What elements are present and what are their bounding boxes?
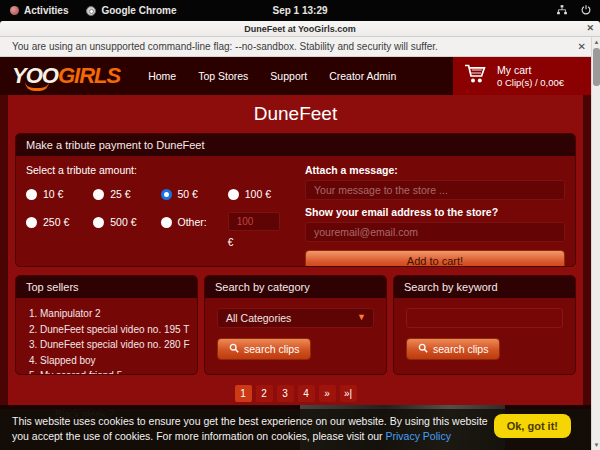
top-seller-item[interactable]: Manipulator 2 [40, 306, 197, 322]
top-sellers-list: Manipulator 2 DuneFeet special video no.… [40, 306, 197, 375]
nav-item-top-stores[interactable]: Top Stores [198, 70, 248, 82]
logo-smile-icon [25, 82, 49, 91]
search-keyword-panel: Search by keyword search clips [393, 275, 576, 375]
search-category-header: Search by category [205, 276, 386, 298]
search-keyword-header: Search by keyword [394, 276, 575, 298]
cart-summary: 0 Clip(s) / 0,00€ [497, 77, 564, 89]
scrollbar-thumb[interactable] [593, 48, 600, 86]
amount-option-100[interactable]: 100 € [228, 188, 291, 200]
activities-icon [10, 6, 19, 15]
page-title: DuneFeet [15, 97, 576, 133]
pagination: 1 2 3 4 » »| [15, 385, 576, 402]
tribute-amount-label: Select a tribute amount: [26, 164, 291, 176]
tribute-panel-header: Make a tribute payment to DuneFeet [16, 134, 575, 156]
category-selected-value: All Categories [226, 312, 291, 324]
main-nav: Home Top Stores Support Creator Admin [148, 70, 396, 82]
page-button-last[interactable]: »| [340, 385, 357, 402]
amount-option-50[interactable]: 50 € [161, 188, 224, 200]
main-content: DuneFeet Make a tribute payment to DuneF… [8, 95, 583, 405]
search-clips-label: search clips [433, 343, 488, 355]
message-input[interactable] [305, 180, 565, 200]
top-seller-item[interactable]: DuneFeet special video no. 280 F [40, 337, 197, 353]
page-button-4[interactable]: 4 [298, 385, 315, 402]
vertical-scrollbar[interactable]: ▲ ▼ [591, 37, 600, 450]
keyword-input[interactable] [406, 308, 563, 328]
search-clips-label: search clips [244, 343, 299, 355]
page-button-next[interactable]: » [319, 385, 336, 402]
other-amount-input[interactable] [228, 212, 280, 231]
top-seller-item[interactable]: DuneFeet special video no. 195 T [40, 322, 197, 338]
amount-radio[interactable] [93, 189, 104, 200]
tribute-panel: Make a tribute payment to DuneFeet Selec… [15, 133, 576, 267]
app-menu-label: Google Chrome [101, 5, 176, 16]
add-to-cart-button[interactable]: Add to cart! [305, 250, 565, 267]
amount-option-250[interactable]: 250 € [26, 216, 89, 228]
search-icon [418, 343, 428, 355]
my-cart-button[interactable]: My cart 0 Clip(s) / 0,00€ [453, 57, 591, 95]
search-clips-keyword-button[interactable]: search clips [406, 338, 500, 360]
cookie-ok-button[interactable]: Ok, got it! [494, 414, 571, 438]
site-logo[interactable]: YOO GIRLS [0, 63, 120, 89]
currency-symbol: € [228, 237, 291, 248]
amount-option-label: 10 € [43, 188, 63, 200]
page-button-2[interactable]: 2 [256, 385, 273, 402]
amount-option-label: Other: [178, 216, 207, 228]
search-icon [229, 343, 239, 355]
cookie-consent-bar: This website uses cookies to ensure you … [0, 409, 591, 450]
page-button-3[interactable]: 3 [277, 385, 294, 402]
amount-radio[interactable] [228, 189, 239, 200]
amount-option-label: 500 € [110, 216, 136, 228]
amount-option-label: 250 € [43, 216, 69, 228]
search-category-panel: Search by category All Categories ▼ sear… [204, 275, 387, 375]
amount-radio[interactable] [93, 217, 104, 228]
amount-option-500[interactable]: 500 € [93, 216, 156, 228]
activities-label: Activities [24, 5, 68, 16]
cart-icon [463, 62, 489, 90]
nav-item-creator-admin[interactable]: Creator Admin [329, 70, 396, 82]
cart-label: My cart [497, 64, 564, 77]
infobar-message: You are using an unsupported command-lin… [12, 41, 438, 52]
category-select[interactable]: All Categories ▼ [217, 308, 374, 328]
top-seller-item[interactable]: My scared friend 5 [40, 368, 197, 375]
search-clips-category-button[interactable]: search clips [217, 338, 311, 360]
chrome-infobar: You are using an unsupported command-lin… [0, 37, 600, 57]
app-menu-button[interactable]: Google Chrome [86, 5, 176, 16]
top-seller-item[interactable]: Slapped boy [40, 353, 197, 369]
logo-text-yoo: YOO [12, 63, 58, 89]
clock[interactable]: Sep 1 13:29 [272, 5, 327, 16]
amount-radio[interactable] [161, 189, 172, 200]
amount-option-label: 25 € [110, 188, 130, 200]
browser-viewport: YOO GIRLS Home Top Stores Support Creato… [0, 57, 591, 450]
nav-item-support[interactable]: Support [270, 70, 307, 82]
site-header: YOO GIRLS Home Top Stores Support Creato… [0, 57, 591, 95]
infobar-close-icon[interactable]: ✕ [578, 41, 586, 52]
amount-option-25[interactable]: 25 € [93, 188, 156, 200]
window-title: DuneFeet at YooGirls.com [244, 24, 356, 34]
top-sellers-header: Top sellers [16, 276, 197, 298]
amount-option-label: 50 € [178, 188, 198, 200]
window-close-icon[interactable]: ✕ [586, 23, 594, 33]
network-icon[interactable] [556, 4, 568, 18]
amount-radio[interactable] [161, 217, 172, 228]
amount-option-10[interactable]: 10 € [26, 188, 89, 200]
amount-option-other[interactable]: Other: [161, 216, 224, 228]
nav-item-home[interactable]: Home [148, 70, 176, 82]
power-icon[interactable] [580, 4, 592, 18]
page-button-1[interactable]: 1 [235, 385, 252, 402]
chevron-down-icon: ▼ [357, 312, 366, 322]
window-title-bar: DuneFeet at YooGirls.com ✕ [0, 21, 600, 37]
message-label: Attach a message: [305, 164, 565, 176]
scrollbar-down-icon[interactable]: ▼ [592, 442, 600, 448]
activities-button[interactable]: Activities [10, 5, 68, 16]
amount-radio[interactable] [26, 217, 37, 228]
screen: Activities Google Chrome Sep 1 13:29 Dun… [0, 0, 600, 450]
scrollbar-up-icon[interactable]: ▲ [592, 39, 600, 45]
email-input[interactable] [305, 222, 565, 242]
tribute-amount-options: 10 € 25 € 50 € [26, 188, 291, 248]
top-sellers-panel: Top sellers Manipulator 2 DuneFeet speci… [15, 275, 198, 375]
privacy-policy-link[interactable]: Privacy Policy [386, 430, 451, 442]
chrome-icon [86, 6, 96, 16]
amount-option-label: 100 € [245, 188, 271, 200]
amount-radio[interactable] [26, 189, 37, 200]
system-top-bar: Activities Google Chrome Sep 1 13:29 [0, 0, 600, 21]
